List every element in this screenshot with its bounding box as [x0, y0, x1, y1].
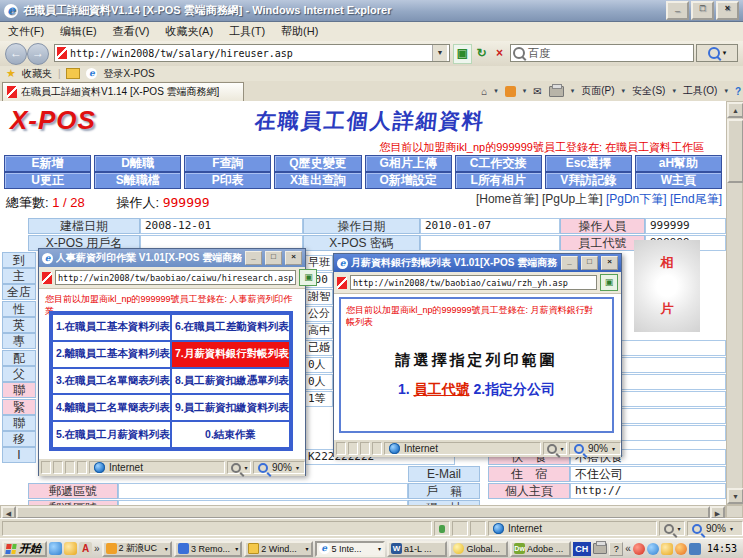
- btn-update[interactable]: U更正: [4, 172, 91, 189]
- btn-help[interactable]: aH幫助: [635, 155, 722, 172]
- btn-all-photos[interactable]: L所有相片: [455, 172, 542, 189]
- vertical-scrollbar[interactable]: ▲ ▼: [726, 101, 743, 505]
- taskbar-button-windows[interactable]: 2 Wind... ▾: [244, 541, 312, 557]
- scroll-down-icon[interactable]: ▼: [727, 488, 743, 504]
- horizontal-scrollbar[interactable]: ◀ ▶: [0, 505, 726, 518]
- value-lodging[interactable]: 不住公司: [570, 466, 726, 482]
- btn-add-setting[interactable]: O新增設定: [365, 172, 452, 189]
- menu-file[interactable]: 文件(F): [0, 22, 52, 41]
- taskbar-button-adobe[interactable]: Dw Adobe ...: [510, 541, 571, 557]
- close-button[interactable]: ×: [716, 1, 739, 20]
- page-menu[interactable]: 页面(P): [581, 84, 614, 98]
- folder-icon[interactable]: [66, 68, 80, 79]
- btn-homepage[interactable]: W主頁: [635, 172, 722, 189]
- tray-help-icon[interactable]: ?: [609, 542, 623, 556]
- btn-resign[interactable]: D離職: [94, 155, 181, 172]
- photo-placeholder[interactable]: 相 片: [634, 240, 700, 332]
- popup1-zoom-control[interactable]: 90% ▾: [253, 461, 305, 475]
- option-branch-link[interactable]: 2.指定分公司: [473, 381, 555, 397]
- feed-dropdown-icon[interactable]: ▾: [523, 87, 527, 95]
- quicklaunch-qq-icon[interactable]: [64, 542, 77, 555]
- mail-icon[interactable]: ✉: [533, 86, 541, 97]
- menu-item-7-selected[interactable]: 7.月薪資料銀行對帳列表: [171, 341, 290, 368]
- popup1-go-icon[interactable]: ▣: [299, 269, 317, 286]
- value-operate-date[interactable]: 2010-01-07: [420, 218, 560, 234]
- search-button[interactable]: ▾: [696, 44, 738, 62]
- zoom-control[interactable]: 90% ▾: [687, 521, 743, 536]
- popup2-go-icon[interactable]: ▣: [600, 274, 618, 291]
- safety-menu[interactable]: 安全(S): [632, 84, 665, 98]
- menu-item-0-exit[interactable]: 0.結束作業: [171, 421, 290, 448]
- favorites-label[interactable]: 收藏夹: [22, 67, 52, 81]
- taskbar-button-word[interactable]: W a1-L ...: [387, 541, 448, 557]
- tray-shield-icon[interactable]: [661, 543, 673, 555]
- tools-menu[interactable]: 工具(O): [683, 84, 717, 98]
- value-operator[interactable]: 999999: [645, 218, 726, 234]
- compatibility-icon[interactable]: ▣: [453, 44, 472, 64]
- taskbar-button-sinauc[interactable]: 2 新浪UC ▾: [102, 541, 172, 557]
- form-value[interactable]: 0人: [303, 357, 333, 373]
- star-icon[interactable]: ★: [6, 67, 16, 80]
- menu-favorites[interactable]: 收藏夹(A): [157, 22, 221, 41]
- btn-select[interactable]: Esc選擇: [545, 155, 632, 172]
- feed-icon[interactable]: [505, 86, 516, 97]
- taskbar-button-internet-active[interactable]: e 5 Inte... ▾: [315, 541, 385, 557]
- menu-item-2[interactable]: 2.離職員工基本資料列表: [52, 341, 171, 368]
- tray-printer-icon[interactable]: [593, 543, 608, 554]
- form-value[interactable]: 高中: [303, 323, 333, 339]
- form-value[interactable]: 公分: [303, 306, 333, 322]
- help-icon[interactable]: ?: [735, 86, 741, 97]
- minimize-button[interactable]: _: [666, 1, 689, 20]
- quicklaunch-mail-icon[interactable]: A: [79, 542, 92, 555]
- popup1-address-field[interactable]: http://win2008/tw/baobiao/caiwu/hiresear…: [55, 270, 296, 285]
- popup1-minimize-button[interactable]: _: [245, 251, 262, 265]
- menu-help[interactable]: 帮助(H): [273, 22, 326, 41]
- menu-tools[interactable]: 工具(T): [221, 22, 273, 41]
- popup1-protected-mode[interactable]: ▾: [227, 461, 251, 475]
- btn-visit-record[interactable]: V拜訪記錄: [545, 172, 632, 189]
- popup1-maximize-button[interactable]: □: [265, 251, 282, 265]
- quicklaunch-expand-icon[interactable]: »: [94, 543, 100, 554]
- quicklaunch-ie-icon[interactable]: [49, 542, 62, 555]
- value-homepage[interactable]: http://: [570, 483, 726, 499]
- form-value[interactable]: 已婚: [303, 340, 333, 356]
- home-dropdown-icon[interactable]: ▾: [494, 87, 498, 95]
- btn-inout-query[interactable]: X進出查詢: [274, 172, 361, 189]
- btn-photo-upload[interactable]: G相片上傳: [365, 155, 452, 172]
- forward-button[interactable]: →: [27, 43, 49, 65]
- vertical-scroll-thumb[interactable]: [727, 119, 743, 183]
- maximize-button[interactable]: □: [691, 1, 714, 20]
- language-indicator[interactable]: CH: [573, 542, 591, 556]
- menu-view[interactable]: 查看(V): [105, 22, 158, 41]
- print-dropdown-icon[interactable]: ▾: [571, 87, 575, 95]
- popup2-protected-mode[interactable]: ▾: [543, 442, 567, 456]
- menu-item-3[interactable]: 3.在職員工名單簡表列表: [52, 368, 171, 395]
- tray-star-icon[interactable]: [675, 543, 687, 555]
- refresh-button[interactable]: ↻: [472, 44, 491, 64]
- value-zip[interactable]: [118, 483, 408, 499]
- print-icon[interactable]: [549, 86, 564, 97]
- menu-item-8[interactable]: 8.員工薪資扣繳憑單列表: [171, 368, 290, 395]
- value-create-date[interactable]: 2008-12-01: [140, 218, 303, 234]
- tray-expand-icon[interactable]: «: [625, 543, 631, 554]
- menu-item-1[interactable]: 1.在職員工基本資料列表: [52, 314, 171, 341]
- favorites-item[interactable]: 登录X-POS: [103, 67, 154, 81]
- tray-network-icon[interactable]: [689, 543, 701, 555]
- btn-print[interactable]: P印表: [184, 172, 271, 189]
- search-box[interactable]: 百度: [510, 44, 694, 62]
- start-button[interactable]: 开始: [2, 541, 47, 557]
- value-xpos-pass[interactable]: [420, 235, 560, 251]
- menu-item-9[interactable]: 9.員工薪資扣繳資料列表: [171, 394, 290, 421]
- btn-history[interactable]: Q歷史變更: [274, 155, 361, 172]
- scroll-up-icon[interactable]: ▲: [727, 102, 743, 118]
- address-field[interactable]: http://win2008/tw/salary/hireuser.asp ▼: [54, 44, 450, 62]
- menu-item-4[interactable]: 4.離職員工名單簡表列表: [52, 394, 171, 421]
- tray-qq-icon[interactable]: [633, 543, 645, 555]
- menu-edit[interactable]: 编辑(E): [52, 22, 105, 41]
- menu-item-5[interactable]: 5.在職員工月薪資料列表: [52, 421, 171, 448]
- popup2-zoom-control[interactable]: 90% ▾: [569, 442, 621, 456]
- address-dropdown-icon[interactable]: ▼: [432, 45, 447, 61]
- btn-query[interactable]: F查詢: [184, 155, 271, 172]
- home-icon[interactable]: ⌂: [481, 86, 487, 97]
- search-options-icon[interactable]: ▾: [723, 49, 727, 57]
